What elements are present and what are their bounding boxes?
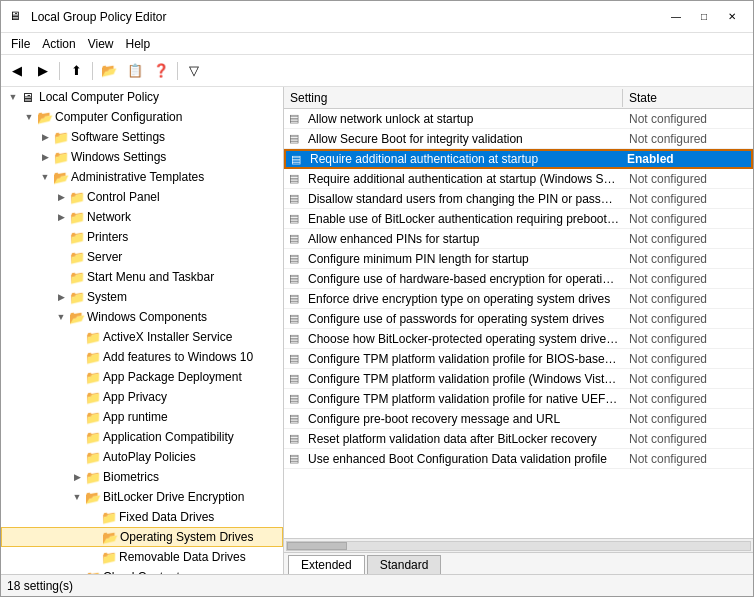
toolbar-separator-1 xyxy=(59,62,60,80)
state-cell: Not configured xyxy=(623,212,753,226)
setting-cell: Require additional authentication at sta… xyxy=(306,152,621,166)
list-item[interactable]: ▤ Configure TPM platform validation prof… xyxy=(284,389,753,409)
state-cell: Not configured xyxy=(623,332,753,346)
maximize-button[interactable]: □ xyxy=(691,7,717,27)
tree-node-network[interactable]: ▶ 📁 Network xyxy=(1,207,283,227)
tree-node-biometrics[interactable]: ▶ 📁 Biometrics xyxy=(1,467,283,487)
col-state-header: State xyxy=(623,89,753,107)
list-item[interactable]: ▤ Configure TPM platform validation prof… xyxy=(284,369,753,389)
removable-icon: 📁 xyxy=(101,550,117,565)
tree-node-root[interactable]: ▼ 🖥 Local Computer Policy xyxy=(1,87,283,107)
tree-node-app-package[interactable]: 📁 App Package Deployment xyxy=(1,367,283,387)
state-cell: Not configured xyxy=(623,392,753,406)
expand-app-compat xyxy=(69,432,85,442)
tree-node-app-compat[interactable]: 📁 Application Compatibility xyxy=(1,427,283,447)
removable-label: Removable Data Drives xyxy=(119,550,246,564)
close-button[interactable]: ✕ xyxy=(719,7,745,27)
software-settings-label: Software Settings xyxy=(71,130,165,144)
show-hide-button[interactable]: 📂 xyxy=(97,59,121,83)
list-item[interactable]: ▤ Reset platform validation data after B… xyxy=(284,429,753,449)
tree-node-admin-templates[interactable]: ▼ 📂 Administrative Templates xyxy=(1,167,283,187)
list-item[interactable]: ▤ Require additional authentication at s… xyxy=(284,169,753,189)
tree-node-windows-settings[interactable]: ▶ 📁 Windows Settings xyxy=(1,147,283,167)
state-cell: Not configured xyxy=(623,252,753,266)
autoplay-icon: 📁 xyxy=(85,450,101,465)
row-icon: ▤ xyxy=(284,132,304,145)
control-panel-label: Control Panel xyxy=(87,190,160,204)
tree-node-printers[interactable]: 📁 Printers xyxy=(1,227,283,247)
menu-view[interactable]: View xyxy=(82,35,120,53)
list-item[interactable]: ▤ Allow Secure Boot for integrity valida… xyxy=(284,129,753,149)
tab-extended[interactable]: Extended xyxy=(288,555,365,574)
list-item[interactable]: ▤ Disallow standard users from changing … xyxy=(284,189,753,209)
activex-icon: 📁 xyxy=(85,330,101,345)
row-icon: ▤ xyxy=(284,332,304,345)
filter-button[interactable]: ▽ xyxy=(182,59,206,83)
windows-settings-icon: 📁 xyxy=(53,150,69,165)
list-item[interactable]: ▤ Use enhanced Boot Configuration Data v… xyxy=(284,449,753,469)
tab-standard[interactable]: Standard xyxy=(367,555,442,574)
tree-node-control-panel[interactable]: ▶ 📁 Control Panel xyxy=(1,187,283,207)
properties-button[interactable]: 📋 xyxy=(123,59,147,83)
tree-node-cloud-content[interactable]: 📁 Cloud Content xyxy=(1,567,283,574)
row-icon: ▤ xyxy=(284,232,304,245)
tree-node-bitlocker[interactable]: ▼ 📂 BitLocker Drive Encryption xyxy=(1,487,283,507)
menu-action[interactable]: Action xyxy=(36,35,81,53)
tree-node-os-drives[interactable]: 📂 Operating System Drives xyxy=(1,527,283,547)
list-item[interactable]: ▤ Configure use of passwords for operati… xyxy=(284,309,753,329)
back-button[interactable]: ◀ xyxy=(5,59,29,83)
state-cell: Not configured xyxy=(623,272,753,286)
list-item[interactable]: ▤ Configure use of hardware-based encryp… xyxy=(284,269,753,289)
menu-file[interactable]: File xyxy=(5,35,36,53)
fixed-data-label: Fixed Data Drives xyxy=(119,510,214,524)
expand-admin-templates: ▼ xyxy=(37,172,53,182)
tree-node-server[interactable]: 📁 Server xyxy=(1,247,283,267)
tree-node-app-runtime[interactable]: 📁 App runtime xyxy=(1,407,283,427)
tree-node-computer-config[interactable]: ▼ 📂 Computer Configuration xyxy=(1,107,283,127)
list-item[interactable]: ▤ Configure minimum PIN length for start… xyxy=(284,249,753,269)
app-runtime-label: App runtime xyxy=(103,410,168,424)
expand-app-package xyxy=(69,372,85,382)
list-item[interactable]: ▤ Allow network unlock at startup Not co… xyxy=(284,109,753,129)
tree-area[interactable]: ▼ 🖥 Local Computer Policy ▼ 📂 Computer C… xyxy=(1,87,283,574)
row-icon: ▤ xyxy=(284,412,304,425)
minimize-button[interactable]: — xyxy=(663,7,689,27)
tree-node-fixed-data[interactable]: 📁 Fixed Data Drives xyxy=(1,507,283,527)
tree-node-autoplay[interactable]: 📁 AutoPlay Policies xyxy=(1,447,283,467)
h-scroll-track[interactable] xyxy=(286,541,751,551)
tree-node-activex[interactable]: 📁 ActiveX Installer Service xyxy=(1,327,283,347)
tree-node-app-privacy[interactable]: 📁 App Privacy xyxy=(1,387,283,407)
setting-cell: Configure TPM platform validation profil… xyxy=(304,372,623,386)
h-scroll-thumb[interactable] xyxy=(287,542,347,550)
menu-help[interactable]: Help xyxy=(120,35,157,53)
setting-cell: Configure TPM platform validation profil… xyxy=(304,352,623,366)
state-cell: Not configured xyxy=(623,412,753,426)
list-item[interactable]: ▤ Enable use of BitLocker authentication… xyxy=(284,209,753,229)
up-button[interactable]: ⬆ xyxy=(64,59,88,83)
list-item[interactable]: ▤ Configure pre-boot recovery message an… xyxy=(284,409,753,429)
tree-node-software-settings[interactable]: ▶ 📁 Software Settings xyxy=(1,127,283,147)
forward-button[interactable]: ▶ xyxy=(31,59,55,83)
expand-bitlocker: ▼ xyxy=(69,492,85,502)
help-button[interactable]: ❓ xyxy=(149,59,173,83)
list-item-selected[interactable]: ▤ Require additional authentication at s… xyxy=(284,149,753,169)
list-item[interactable]: ▤ Allow enhanced PINs for startup Not co… xyxy=(284,229,753,249)
list-body[interactable]: ▤ Allow network unlock at startup Not co… xyxy=(284,109,753,538)
row-icon: ▤ xyxy=(284,272,304,285)
app-compat-icon: 📁 xyxy=(85,430,101,445)
tree-node-add-features[interactable]: 📁 Add features to Windows 10 xyxy=(1,347,283,367)
computer-config-label: Computer Configuration xyxy=(55,110,182,124)
tree-node-start-menu[interactable]: 📁 Start Menu and Taskbar xyxy=(1,267,283,287)
horizontal-scrollbar[interactable] xyxy=(284,538,753,552)
state-cell: Not configured xyxy=(623,452,753,466)
row-icon: ▤ xyxy=(284,352,304,365)
app-runtime-icon: 📁 xyxy=(85,410,101,425)
tree-node-removable[interactable]: 📁 Removable Data Drives xyxy=(1,547,283,567)
tree-node-system[interactable]: ▶ 📁 System xyxy=(1,287,283,307)
main-window: 🖥 Local Group Policy Editor — □ ✕ File A… xyxy=(0,0,754,597)
list-item[interactable]: ▤ Enforce drive encryption type on opera… xyxy=(284,289,753,309)
tree-node-win-components[interactable]: ▼ 📂 Windows Components xyxy=(1,307,283,327)
list-item[interactable]: ▤ Choose how BitLocker-protected operati… xyxy=(284,329,753,349)
printers-label: Printers xyxy=(87,230,128,244)
list-item[interactable]: ▤ Configure TPM platform validation prof… xyxy=(284,349,753,369)
